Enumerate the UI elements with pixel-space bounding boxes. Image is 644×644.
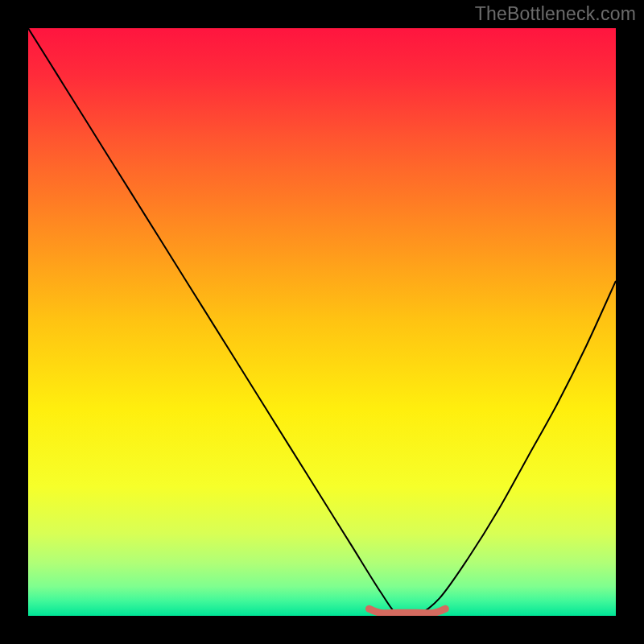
bottleneck-chart [0,0,644,644]
optimal-range-marker [369,609,445,613]
watermark-text: TheBottleneck.com [475,3,636,25]
chart-frame: { "watermark": "TheBottleneck.com", "plo… [0,0,644,644]
heatmap-background [28,28,616,616]
